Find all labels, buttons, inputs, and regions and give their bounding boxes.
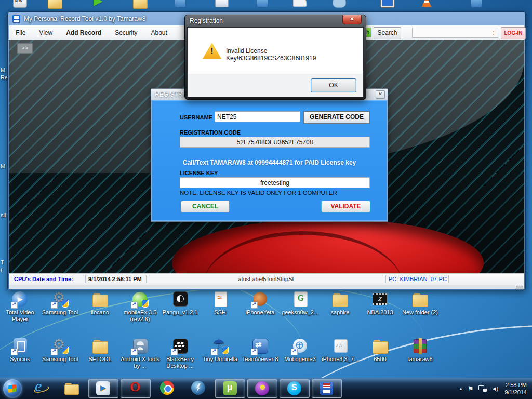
desktop-icon-row-1: Total Video Player Samsung Tool ilocano … xyxy=(0,290,447,323)
close-icon[interactable] xyxy=(342,15,362,24)
desktop-icon-label: Samsung Tool xyxy=(40,309,80,316)
menu-item[interactable]: File xyxy=(9,25,32,40)
menu-item[interactable]: About xyxy=(144,25,174,40)
blue-app-icon[interactable] xyxy=(468,0,484,10)
start-button[interactable] xyxy=(3,379,22,398)
desktop-icon[interactable]: Samsung Tool xyxy=(40,290,80,323)
login-button[interactable]: LOG-IN xyxy=(501,27,526,39)
desktop-icon-label: SSH xyxy=(200,309,240,316)
taskbar-button[interactable] xyxy=(88,379,118,398)
rounded-app-icon[interactable] xyxy=(330,0,347,10)
android-xtools-icon xyxy=(131,338,150,355)
desktop-icon[interactable]: TeamViewer 8 xyxy=(240,337,280,369)
taskbar-button[interactable] xyxy=(215,379,245,398)
taskbar-button[interactable] xyxy=(121,379,151,398)
samsung-tool-icon xyxy=(51,338,70,355)
blue-app-icon[interactable] xyxy=(171,0,188,10)
desktop-icon[interactable]: Total Video Player xyxy=(0,290,40,323)
tray-clock[interactable]: 2:58 PM 9/1/2014 xyxy=(502,381,527,396)
scrollbar-thumb[interactable] xyxy=(516,286,523,289)
generate-code-button[interactable]: GENERATE CODE xyxy=(303,111,370,124)
search-button[interactable]: Search xyxy=(374,27,401,39)
window-app-icon[interactable] xyxy=(213,0,230,10)
registration-code-field[interactable]: 52F75708OFU3652F75708 xyxy=(180,137,370,148)
desktop-icon[interactable]: Syncios xyxy=(0,337,40,369)
desktop-icon-label: Android X-tools by ... xyxy=(120,356,160,369)
desktop-icon-label: 6500 xyxy=(360,356,400,363)
desktop-icon[interactable]: BlackBerry Desktop ... xyxy=(160,337,200,369)
desktop-icon-label: SETOOL xyxy=(80,356,120,363)
media-play-icon[interactable] xyxy=(91,0,108,10)
action-center-flag-icon[interactable]: ⚑ xyxy=(468,385,474,393)
desktop-icon[interactable]: tamaraw8 xyxy=(400,337,440,369)
paid-license-promo-text: Call/Text TAMARAW8 at 09994444871 for PA… xyxy=(151,159,388,166)
desktop-icon[interactable]: ilocano xyxy=(80,290,120,323)
desktop-icon[interactable]: saphire xyxy=(320,290,360,323)
desktop-icon[interactable]: New folder (2) xyxy=(400,290,440,323)
tray-expand-icon[interactable]: ▲ xyxy=(459,387,463,391)
desktop-icon[interactable]: Mobogenie3 xyxy=(280,337,320,369)
username-input[interactable]: NET25 xyxy=(215,111,300,122)
taskbar-buttons xyxy=(26,379,344,398)
cancel-button[interactable]: CANCEL xyxy=(181,201,230,212)
desktop-icon[interactable]: SETOOL xyxy=(80,337,120,369)
validate-button[interactable]: VALIDATE xyxy=(321,201,370,212)
taskbar-button[interactable] xyxy=(312,379,342,398)
desktop-icon-label-fragment: T ( xyxy=(1,259,4,273)
desktop-icon[interactable]: Android X-tools by ... xyxy=(120,337,160,369)
taskbar-button[interactable] xyxy=(153,379,182,397)
error-dialog-content: Invalid License Key!63G86819CSZ63G868191… xyxy=(188,28,363,75)
pangu-icon xyxy=(171,291,190,309)
vlc-cone-icon[interactable] xyxy=(418,0,435,10)
desktop-icon[interactable]: Tiny Umbrella xyxy=(200,337,240,369)
error-dialog: Registration Invalid License Key!63G8681… xyxy=(184,15,366,100)
taskbar-button[interactable] xyxy=(247,379,277,398)
taskbar-button[interactable] xyxy=(26,379,55,397)
blue-app-icon[interactable] xyxy=(254,0,270,10)
shortcut-arrow-overlay xyxy=(11,302,18,309)
close-icon[interactable] xyxy=(376,90,385,99)
monitor-icon[interactable] xyxy=(378,0,395,10)
speaker-icon[interactable]: ◄) xyxy=(491,385,498,392)
shortcut-arrow-overlay xyxy=(291,349,298,355)
license-key-input[interactable]: freetesting xyxy=(180,177,370,188)
taskbar-button[interactable] xyxy=(280,379,310,398)
toolbar-overflow-button[interactable]: >> xyxy=(17,43,33,54)
folder-icon xyxy=(411,291,430,309)
desktop-icon[interactable]: Samsung Tool xyxy=(40,337,80,369)
folder-icon[interactable] xyxy=(47,0,63,10)
ok-button[interactable]: OK xyxy=(311,78,356,92)
desktop-icon-label: Pangu_v1.2.1 xyxy=(160,309,200,316)
error-dialog-footer: OK xyxy=(188,74,363,97)
menu-item[interactable]: View xyxy=(32,25,59,40)
shortcut-arrow-overlay xyxy=(51,349,58,355)
horizontal-scrollbar[interactable] xyxy=(9,285,524,289)
desktop-icon[interactable]: Pangu_v1.2.1 xyxy=(160,290,200,323)
desktop-icon[interactable]: 6500 xyxy=(360,337,400,369)
desktop-icon[interactable]: NBA.2013 xyxy=(360,290,400,323)
warning-icon xyxy=(203,43,221,59)
run-icon[interactable] xyxy=(11,0,28,10)
username-label: USERNAME xyxy=(180,114,212,121)
desktop-icon[interactable]: geeksn0w_2... xyxy=(280,290,320,323)
status-datetime-value: 9/1/2014 2:58:11 PM xyxy=(85,275,147,283)
menu-item[interactable]: Add Record xyxy=(59,25,108,40)
desktop-icon[interactable]: SSH xyxy=(200,290,240,323)
network-icon[interactable] xyxy=(478,385,487,392)
login-field[interactable]: : xyxy=(412,28,498,38)
record-tool-icon xyxy=(319,381,335,396)
truck-icon[interactable] xyxy=(291,0,308,10)
desktop-icon[interactable]: iPhoneYeta xyxy=(240,290,280,323)
desktop-icon[interactable]: mobileEx 3.5 (rev2.6) xyxy=(120,290,160,323)
desktop-icon[interactable]: iPhone3,3_7... xyxy=(320,337,360,369)
taskbar-button[interactable] xyxy=(184,379,213,397)
folder-icon[interactable] xyxy=(132,0,149,10)
menu-item[interactable]: Security xyxy=(108,25,144,40)
shortcut-arrow-overlay xyxy=(251,349,258,355)
shortcut-arrow-overlay xyxy=(11,349,18,355)
shortcut-arrow-overlay xyxy=(131,349,138,355)
status-pc-name: PC: KIMBRIAN_07-PC xyxy=(385,275,449,283)
error-message: Invalid License Key!63G86819CSZ63G868191… xyxy=(226,47,359,62)
taskbar-button[interactable] xyxy=(57,379,86,397)
top-desktop-icons-row xyxy=(0,0,532,12)
